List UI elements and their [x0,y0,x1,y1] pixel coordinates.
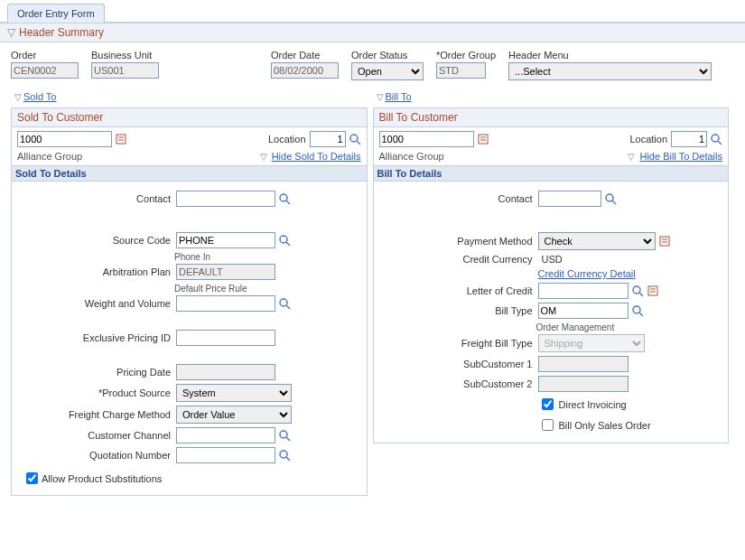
bu-label: Business Unit [91,50,159,61]
credit-currency-value: USD [538,254,563,265]
collapse-icon[interactable]: ▽ [14,92,22,102]
related-doc-icon[interactable] [647,285,659,297]
lookup-icon[interactable] [604,192,617,205]
lookup-icon[interactable] [278,449,291,462]
letter-field[interactable] [538,283,629,299]
svg-line-21 [612,201,616,204]
bill-contact-field[interactable] [538,191,601,207]
sub2-label: SubCustomer 2 [379,378,538,389]
svg-point-11 [280,431,287,438]
bill-only-checkbox[interactable] [542,419,554,431]
order-group-field [436,62,486,79]
sold-to-panel: Sold To Customer Location Allianc [11,107,368,496]
collapse-icon[interactable]: ▽ [628,152,635,162]
direct-invoicing-label: Direct Invoicing [559,399,627,410]
pricing-date-label: Pricing Date [17,367,176,378]
bill-type-label: Bill Type [379,305,538,316]
svg-line-12 [286,437,290,441]
order-date-label: Order Date [271,50,339,61]
svg-rect-27 [648,286,657,295]
order-label: Order [11,50,79,61]
bill-only-label: Bill Only Sales Order [559,420,651,431]
channel-label: Customer Channel [17,430,176,441]
credit-detail-link[interactable]: Credit Currency Detail [538,268,636,279]
order-status-label: Order Status [351,50,424,61]
quotation-label: Quotation Number [17,450,176,461]
hide-bill-to-link[interactable]: Hide Bill To Details [639,151,722,162]
header-summary-bar: ▽ Header Summary [0,23,745,42]
order-group-label: *Order Group [436,50,496,61]
payment-select[interactable]: Check [538,232,656,250]
svg-rect-22 [660,237,669,246]
collapse-icon[interactable]: ▽ [260,152,267,162]
sold-to-link[interactable]: Sold To [23,91,57,102]
svg-line-8 [286,242,290,246]
allow-sub-checkbox[interactable] [26,472,38,484]
bill-to-location-field[interactable] [671,131,707,147]
channel-field[interactable] [176,427,275,443]
lookup-icon[interactable] [278,192,291,205]
payment-label: Payment Method [379,236,538,247]
svg-line-26 [639,293,643,296]
weight-label: Weight and Volume [17,298,176,309]
header-menu-select[interactable]: ...Select [508,62,712,80]
sold-to-contact-field[interactable] [176,191,275,207]
sold-to-customer-field[interactable] [17,131,112,147]
exclusive-field[interactable] [176,330,275,346]
lookup-icon[interactable] [631,285,644,297]
sold-to-column: ▽ Sold To Sold To Customer Location [11,88,373,501]
collapse-icon[interactable]: ▽ [377,92,384,102]
related-doc-icon[interactable] [477,133,489,145]
svg-point-7 [280,236,287,243]
quotation-field[interactable] [176,447,275,463]
contact-label: Contact [17,193,176,204]
lookup-icon[interactable] [710,133,722,145]
hide-sold-to-link[interactable]: Hide Sold To Details [272,151,361,162]
order-status-select[interactable]: Open [351,62,424,80]
source-code-field[interactable] [176,232,275,248]
product-source-select[interactable]: System [176,384,292,402]
related-doc-icon[interactable] [658,235,671,247]
direct-invoicing-checkbox[interactable] [542,398,554,410]
collapse-icon[interactable]: ▽ [7,26,15,39]
lookup-icon[interactable] [349,133,361,145]
bill-to-panel-title: Bill To Customer [374,108,729,127]
credit-currency-label: Credit Currency [379,254,538,265]
weight-field[interactable] [176,295,275,312]
lookup-icon[interactable] [278,297,291,310]
header-fields: Order Business Unit Order Date Order Sta… [0,42,745,88]
default-price-note: Default Price Rule [174,284,361,294]
phone-in-note: Phone In [174,252,361,262]
product-source-label: *Product Source [17,387,176,398]
svg-line-14 [286,457,290,461]
svg-line-6 [286,201,290,204]
svg-point-30 [633,306,640,313]
svg-point-3 [350,135,358,142]
svg-point-5 [280,194,287,201]
freight-charge-select[interactable]: Order Value [176,406,292,424]
bill-to-details-title: Bill To Details [374,165,729,182]
bill-to-customer-field[interactable] [379,131,474,147]
source-code-label: Source Code [17,235,176,246]
bill-type-field[interactable] [538,303,629,319]
bill-to-link[interactable]: Bill To [386,91,412,102]
svg-point-25 [633,286,640,294]
order-mgmt-note: Order Management [536,322,723,332]
svg-line-19 [718,141,722,145]
svg-line-10 [286,305,290,309]
sold-to-details-title: Sold To Details [12,165,367,182]
order-field [11,62,79,79]
lookup-icon[interactable] [278,234,291,247]
tab-order-entry[interactable]: Order Entry Form [7,4,105,23]
svg-rect-0 [116,135,126,144]
bill-to-column: ▽ Bill To Bill To Customer Location [373,88,735,501]
sold-to-panel-title: Sold To Customer [12,108,367,127]
sold-to-location-label: Location [268,134,306,145]
arbitration-label: Arbitration Plan [17,266,176,277]
lookup-icon[interactable] [278,429,291,442]
lookup-icon[interactable] [631,304,644,317]
related-doc-icon[interactable] [115,133,127,145]
freight-bill-label: Freight Bill Type [379,338,538,349]
sold-to-location-field[interactable] [310,131,346,147]
freight-charge-label: Freight Charge Method [17,409,176,420]
